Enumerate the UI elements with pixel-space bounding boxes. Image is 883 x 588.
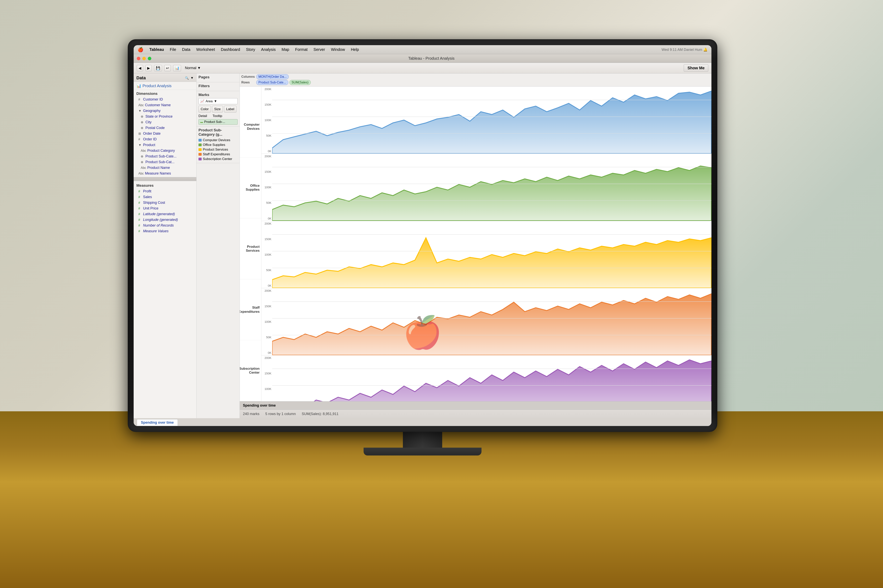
rows-pill-subcat[interactable]: Product Sub-Cate... [256, 80, 288, 85]
story-menu[interactable]: Story [246, 47, 255, 52]
show-me-button[interactable]: Show Me [684, 64, 708, 72]
field-customer-id[interactable]: # Customer ID [134, 97, 196, 102]
y-label-150k-5: 150K [262, 372, 271, 375]
close-button[interactable] [137, 57, 140, 60]
sheet-tab-spending[interactable]: Spending over time [137, 419, 178, 426]
field-label-postal: Postal Code [146, 126, 165, 130]
marks-type-label: Area [206, 99, 213, 103]
undo-button[interactable]: ↩ [164, 65, 171, 71]
legend-item-staff: Staff Expenditures [199, 152, 238, 157]
data-panel-menu[interactable]: ▼ [190, 76, 194, 80]
legend-color-product [199, 148, 202, 151]
screen-bezel: 🍎 Tableau File Data Worksheet Dashboard … [134, 45, 712, 426]
measure-unit-price[interactable]: # Unit Price [134, 206, 196, 211]
y-label-50k-4: 50K [262, 336, 271, 339]
shelf-columns: Columns MONTH(Order Da... Rows Product S… [240, 74, 712, 87]
normal-dropdown[interactable]: Normal ▼ [185, 66, 201, 70]
field-product-name[interactable]: Abc Product Name [134, 165, 196, 171]
field-product-group[interactable]: ▼ Product [134, 142, 196, 148]
row-label-computer: Computer Devices [240, 96, 261, 158]
new-sheet-button[interactable]: 📊 [173, 65, 181, 71]
size-button[interactable]: Size [212, 106, 223, 112]
field-label-customer-name: Customer Name [145, 103, 171, 107]
analysis-menu[interactable]: Analysis [261, 47, 275, 52]
measure-values[interactable]: # Measure Values [134, 228, 196, 234]
y-axis-product: 200K 150K 100K 50K 0K [262, 221, 272, 288]
y-label-150k-4: 150K [262, 304, 271, 308]
field-label-state: State or Province [146, 114, 173, 118]
legend-color-staff [199, 153, 202, 156]
chart-bottom-tabs: Spending over time [240, 401, 712, 410]
system-tray: Wed 9:11 AM Daniel Hum 🔔 [662, 48, 707, 52]
measure-num-records[interactable]: # Number of Records [134, 223, 196, 228]
chart-row-staff: 200K 150K 100K 50K 0K [262, 288, 712, 356]
legend-color-office [199, 144, 202, 146]
field-order-date[interactable]: ⊞ Order Date [134, 131, 196, 136]
data-panel-title: Data [136, 75, 146, 81]
legend-item-computer: Computer Devices [199, 138, 238, 142]
field-order-id[interactable]: # Order ID [134, 136, 196, 142]
marks-pill-product-subcat[interactable]: ▬ Product Sub-... [199, 119, 238, 124]
data-menu[interactable]: Data [182, 47, 190, 52]
field-label-prod-subcat1: Product Sub-Cate... [146, 154, 176, 158]
map-menu[interactable]: Map [281, 47, 289, 52]
measure-longitude[interactable]: # Longitude (generated) [134, 217, 196, 223]
columns-pill-month[interactable]: MONTH(Order Da... [256, 74, 289, 80]
minimize-button[interactable] [142, 57, 146, 60]
window-menu[interactable]: Window [331, 47, 345, 52]
field-product-category[interactable]: Abc Product Category [134, 148, 196, 153]
dashboard-menu[interactable]: Dashboard [221, 47, 240, 52]
y-label-50k-1: 50K [262, 134, 271, 137]
worksheet-menu[interactable]: Worksheet [196, 47, 215, 52]
file-menu[interactable]: File [170, 47, 176, 52]
field-product-subcat2[interactable]: ⊕ Product Sub-Cat... [134, 159, 196, 165]
pages-title: Pages [199, 75, 238, 80]
sum-sales-label: SUM(Sales): 8,951,911 [302, 412, 338, 416]
y-label-0k-1: 0K [262, 149, 271, 153]
back-button[interactable]: ◀ [137, 65, 143, 71]
field-measure-names[interactable]: Abc Measure Names [134, 171, 196, 176]
apple-menu-icon[interactable]: 🍎 [138, 47, 143, 52]
row-label-office: Office Supplies [240, 158, 261, 219]
marks-area-icon: 📈 [200, 99, 205, 103]
field-customer-name[interactable]: Abc Customer Name [134, 102, 196, 108]
measure-shipping[interactable]: # Shipping Cost [134, 200, 196, 206]
chart-row-office: 200K 150K 100K 50K 0K [262, 154, 712, 221]
y-label-50k-2: 50K [262, 201, 271, 204]
measure-icon-unit-price: # [138, 207, 142, 210]
color-button[interactable]: Color [199, 106, 211, 112]
marks-type-dropdown[interactable]: 📈 Area ▼ [199, 98, 238, 104]
field-icon-state: ⊕ [141, 115, 144, 118]
field-geography[interactable]: ▼ Geography [134, 108, 196, 114]
forward-button[interactable]: ▶ [146, 65, 152, 71]
y-label-200k-1: 200K [262, 87, 271, 91]
chart-svg-computer [272, 87, 712, 153]
help-menu[interactable]: Help [351, 47, 359, 52]
mac-menubar: 🍎 Tableau File Data Worksheet Dashboard … [134, 45, 712, 54]
marks-pill-icon: ▬ [200, 120, 203, 123]
rows-pill-sales[interactable]: SUM(Sales) [289, 80, 311, 85]
measure-latitude[interactable]: # Latitude (generated) [134, 211, 196, 217]
data-panel-header: Data 🔍 ▼ [134, 74, 196, 82]
y-label-100k-5: 100K [262, 387, 271, 390]
title-bar: Tableau - Product Analysis [134, 54, 712, 63]
field-state[interactable]: ⊕ State or Province [134, 114, 196, 119]
app-name-menu[interactable]: Tableau [149, 47, 164, 52]
label-button[interactable]: Label [224, 106, 237, 112]
save-button[interactable]: 💾 [154, 65, 162, 71]
measure-label-values: Measure Values [143, 229, 168, 233]
data-panel-search[interactable]: 🔍 [185, 76, 189, 80]
field-product-subcat1[interactable]: ⊕ Product Sub-Cate... [134, 153, 196, 159]
imac-computer: 🍎 Tableau File Data Worksheet Dashboard … [118, 39, 727, 510]
maximize-button[interactable] [148, 57, 151, 60]
field-postal-code[interactable]: ⊕ Postal Code [134, 125, 196, 131]
dimensions-header: Dimensions [134, 90, 196, 97]
format-menu[interactable]: Format [295, 47, 308, 52]
data-source-item[interactable]: 📊 Product Analysis [134, 82, 196, 90]
field-city[interactable]: ⊕ City [134, 119, 196, 125]
server-menu[interactable]: Server [313, 47, 325, 52]
row-label-product: Product Services [240, 218, 261, 279]
measure-sales[interactable]: # Sales [134, 194, 196, 200]
measure-label-lat: Latitude (generated) [143, 212, 175, 216]
measure-profit[interactable]: # Profit [134, 189, 196, 194]
